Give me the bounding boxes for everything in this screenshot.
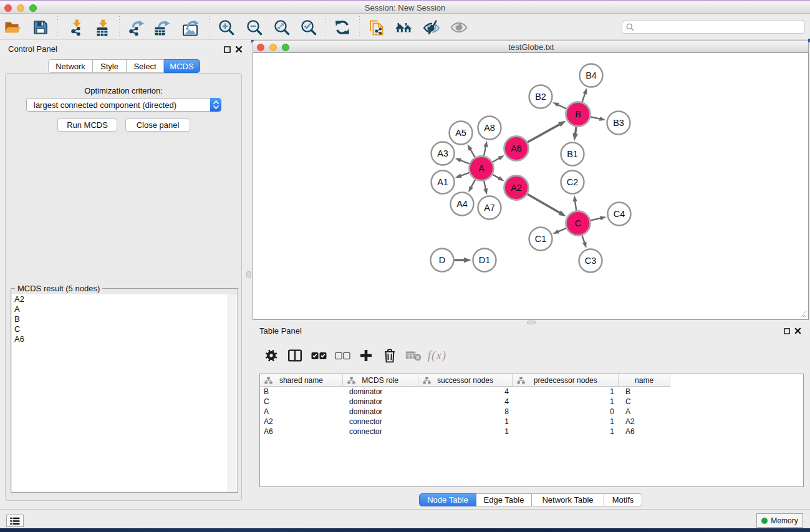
node-A1[interactable]: A1	[432, 171, 455, 194]
node-A[interactable]: A	[470, 157, 494, 181]
cell-MCDS-role[interactable]: dominator	[343, 397, 418, 407]
cell-shared-name[interactable]: A	[260, 407, 343, 417]
tab-edge-table[interactable]: Edge Table	[476, 493, 532, 506]
export-table-button[interactable]	[153, 19, 170, 36]
cell-name[interactable]: A6	[619, 427, 671, 437]
table-row[interactable]: Adominator80A	[260, 407, 803, 417]
cell-MCDS-role[interactable]: dominator	[343, 407, 418, 417]
tab-select[interactable]: Select	[127, 59, 164, 73]
result-item[interactable]: C	[12, 324, 237, 334]
left-splitter-handle[interactable]	[246, 271, 251, 278]
float-panel-icon[interactable]	[784, 328, 790, 334]
zoom-in-button[interactable]	[218, 19, 235, 36]
column-header-shared-name[interactable]: shared name	[260, 374, 343, 386]
select-all-columns-button[interactable]	[307, 346, 330, 365]
column-header-predecessor-nodes[interactable]: predecessor nodes	[513, 374, 619, 386]
network-canvas[interactable]: B4B2BB3A5A8A6A3AB1A1A2C2A4A7C4CC1C3DD1	[253, 53, 809, 320]
cell-name[interactable]: B	[619, 387, 671, 397]
node-A4[interactable]: A4	[451, 193, 474, 216]
node-A2[interactable]: A2	[504, 176, 529, 200]
cell-predecessor-nodes[interactable]: 1	[513, 417, 619, 427]
column-header-MCDS-role[interactable]: MCDS role	[343, 374, 418, 386]
cell-MCDS-role[interactable]: connector	[343, 417, 418, 427]
node-B1[interactable]: B1	[561, 143, 584, 166]
result-item[interactable]: B	[12, 314, 237, 324]
table-settings-button[interactable]	[259, 346, 283, 365]
cell-successor-nodes[interactable]: 4	[418, 397, 513, 407]
cell-predecessor-nodes[interactable]: 1	[513, 397, 619, 407]
cell-shared-name[interactable]: A2	[260, 417, 343, 427]
cell-successor-nodes[interactable]: 8	[418, 407, 513, 417]
first-neighbors-button[interactable]	[395, 19, 413, 36]
resize-grip-icon[interactable]	[799, 311, 807, 318]
hide-selected-button[interactable]	[423, 19, 440, 36]
cell-predecessor-nodes[interactable]: 1	[513, 387, 619, 397]
column-header-successor-nodes[interactable]: successor nodes	[418, 374, 513, 386]
result-item[interactable]: A2	[12, 294, 237, 304]
close-panel-icon[interactable]	[235, 46, 243, 53]
delete-columns-button[interactable]	[378, 346, 402, 365]
cell-predecessor-nodes[interactable]: 1	[513, 427, 619, 437]
unselect-all-columns-button[interactable]	[330, 346, 354, 365]
cell-MCDS-role[interactable]: connector	[343, 427, 418, 437]
node-C4[interactable]: C4	[608, 203, 631, 226]
task-history-button[interactable]	[6, 515, 24, 527]
tab-style[interactable]: Style	[93, 59, 127, 73]
cell-successor-nodes[interactable]: 1	[418, 417, 513, 427]
node-C[interactable]: C	[566, 211, 591, 236]
bottom-splitter-handle[interactable]	[527, 321, 536, 324]
close-panel-icon[interactable]	[794, 327, 801, 334]
apply-layout-button[interactable]	[334, 19, 351, 36]
search-input[interactable]	[634, 23, 796, 32]
tab-network[interactable]: Network	[48, 59, 93, 73]
cell-shared-name[interactable]: C	[260, 397, 343, 407]
cell-name[interactable]: C	[619, 397, 671, 407]
cell-predecessor-nodes[interactable]: 0	[513, 407, 619, 417]
cell-shared-name[interactable]: A6	[260, 427, 343, 437]
result-item[interactable]: A6	[12, 334, 237, 344]
zoom-out-button[interactable]	[246, 19, 263, 36]
node-A8[interactable]: A8	[478, 117, 501, 140]
criterion-dropdown[interactable]: largest connected component (directed)	[26, 98, 221, 112]
close-panel-button[interactable]: Close panel	[125, 118, 190, 132]
add-column-button[interactable]	[354, 346, 378, 365]
float-panel-icon[interactable]	[224, 46, 231, 53]
table-row[interactable]: Bdominator41B	[260, 387, 803, 397]
node-B4[interactable]: B4	[580, 64, 603, 87]
column-header-name[interactable]: name	[619, 374, 670, 386]
node-D[interactable]: D	[431, 249, 454, 272]
cell-successor-nodes[interactable]: 4	[418, 387, 513, 397]
table-row[interactable]: A6connector11A6	[260, 427, 803, 437]
split-view-button[interactable]	[283, 346, 307, 365]
node-A6[interactable]: A6	[504, 137, 529, 161]
node-A3[interactable]: A3	[432, 142, 455, 165]
table-row[interactable]: Cdominator41C	[260, 397, 803, 407]
zoom-selected-button[interactable]	[300, 19, 317, 36]
table-row[interactable]: A2connector11A2	[260, 417, 803, 427]
mcds-result-list[interactable]: A2ABCA6	[12, 294, 237, 491]
node-A5[interactable]: A5	[450, 122, 473, 145]
node-B3[interactable]: B3	[607, 112, 630, 135]
node-C1[interactable]: C1	[529, 228, 552, 251]
result-item[interactable]: A	[12, 304, 237, 314]
export-image-button[interactable]	[181, 19, 199, 36]
node-C3[interactable]: C3	[579, 249, 602, 273]
open-session-button[interactable]	[4, 19, 21, 36]
node-A7[interactable]: A7	[478, 196, 501, 220]
tab-node-table[interactable]: Node Table	[419, 493, 476, 506]
cell-name[interactable]: A2	[619, 417, 671, 427]
tab-network-table[interactable]: Network Table	[532, 493, 604, 506]
tab-mcds[interactable]: MCDS	[164, 59, 200, 73]
tab-motifs[interactable]: Motifs	[604, 493, 642, 506]
network-window-titlebar[interactable]: testGlobe.txt	[253, 40, 809, 53]
new-network-from-selection-button[interactable]	[368, 19, 385, 36]
cell-name[interactable]: A	[619, 407, 671, 417]
cell-MCDS-role[interactable]: dominator	[343, 387, 418, 397]
import-network-button[interactable]	[67, 19, 84, 36]
node-B[interactable]: B	[566, 102, 591, 127]
main-titlebar[interactable]: Session: New Session	[0, 1, 810, 14]
run-mcds-button[interactable]: Run MCDS	[57, 118, 117, 132]
node-D1[interactable]: D1	[473, 249, 496, 272]
import-table-button[interactable]	[93, 19, 110, 36]
node-B2[interactable]: B2	[529, 85, 552, 109]
